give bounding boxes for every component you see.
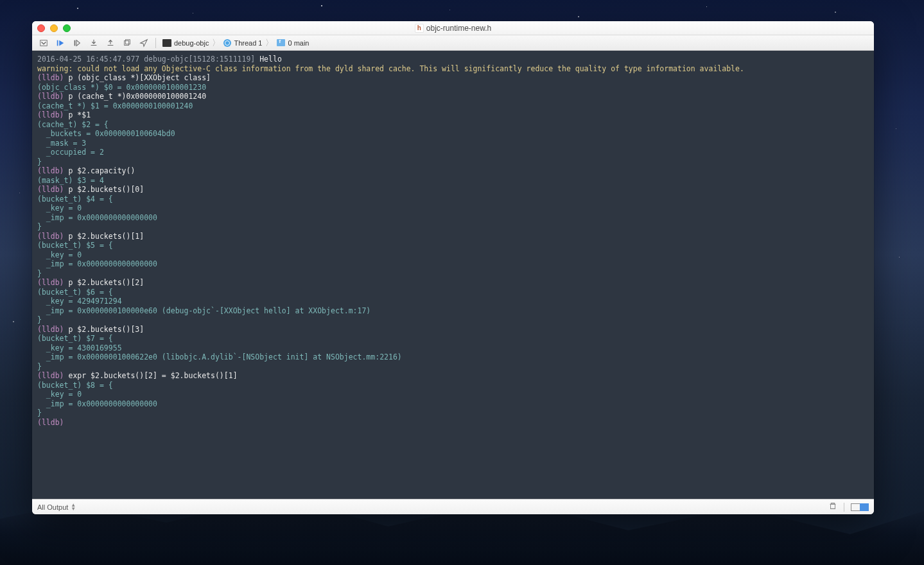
console-line: }	[37, 269, 869, 279]
svg-rect-4	[125, 39, 130, 44]
console-line: (bucket_t) $6 = {	[37, 288, 869, 297]
console-line: (objc_class *) $0 = 0x0000000100001230	[37, 83, 869, 92]
console-line: _buckets = 0x0000000100604bd0	[37, 129, 869, 139]
console-line: warning: could not load any Objective-C …	[37, 64, 869, 74]
continue-button[interactable]	[53, 37, 68, 49]
console-line: (lldb) p $2.buckets()[1]	[37, 232, 869, 241]
console-line: }	[37, 315, 869, 325]
output-filter-label: All Output	[37, 503, 68, 511]
console-line: (lldb) p $2.capacity()	[37, 166, 869, 176]
console-line: _imp = 0x0000000100000e60 (debug-objc`-[…	[37, 306, 869, 316]
breadcrumb-thread-label: Thread 1	[234, 39, 262, 47]
toggle-debug-area-button[interactable]	[36, 37, 51, 49]
console-line: _imp = 0x0000000000000000	[37, 213, 869, 223]
bottom-right-controls	[828, 501, 869, 512]
breadcrumb-process[interactable]: debug-objc	[160, 38, 211, 48]
console-line: _key = 4300169955	[37, 343, 869, 353]
maximize-button[interactable]	[63, 24, 71, 32]
console-line: (lldb) p $2.buckets()[0]	[37, 185, 869, 195]
console-bottom-bar: All Output ▲▼	[32, 499, 874, 514]
bottom-separator	[844, 503, 844, 512]
window-title-text: objc-runtime-new.h	[426, 24, 491, 33]
step-over-button[interactable]	[69, 37, 85, 49]
console-line: (lldb)	[37, 418, 869, 428]
console-line: (bucket_t) $5 = {	[37, 241, 869, 250]
console-line: (lldb) expr $2.buckets()[2] = $2.buckets…	[37, 371, 869, 381]
svg-rect-3	[125, 40, 129, 45]
console-line: _imp = 0x0000000000000000	[37, 399, 869, 409]
console-line: }	[37, 157, 869, 167]
clear-console-button[interactable]	[828, 501, 837, 512]
console-line: _imp = 0x0000000000000000	[37, 259, 869, 269]
console-line: (bucket_t) $4 = {	[37, 195, 869, 204]
console-line: (lldb) p $2.buckets()[2]	[37, 278, 869, 288]
console-line: (bucket_t) $7 = {	[37, 334, 869, 343]
console-line: (mask_t) $3 = 4	[37, 176, 869, 186]
console-line: _key = 0	[37, 390, 869, 399]
console-line: 2016-04-25 16:45:47.977 debug-objc[15128…	[37, 55, 869, 64]
thread-icon	[223, 39, 231, 47]
console-line: _key = 4294971294	[37, 297, 869, 306]
header-file-icon: h	[415, 24, 424, 33]
console-line: _key = 0	[37, 250, 869, 260]
titlebar: h objc-runtime-new.h	[32, 21, 874, 35]
debug-breadcrumb: debug-objc 〉 Thread 1 〉 0 main	[160, 37, 312, 49]
console-line: (cache_t *) $1 = 0x0000000100001240	[37, 101, 869, 111]
debug-view-hierarchy-button[interactable]	[119, 37, 135, 49]
svg-rect-1	[57, 40, 58, 46]
xcode-window: h objc-runtime-new.h debug	[32, 21, 874, 514]
console-panel-toggle[interactable]	[851, 503, 869, 511]
window-controls	[37, 24, 71, 32]
console-line: }	[37, 362, 869, 372]
breadcrumb-separator-icon: 〉	[265, 37, 274, 49]
breadcrumb-thread[interactable]: Thread 1	[221, 38, 265, 48]
updown-arrows-icon: ▲▼	[71, 503, 76, 511]
minimize-button[interactable]	[50, 24, 58, 32]
debug-toolbar: debug-objc 〉 Thread 1 〉 0 main	[32, 35, 874, 51]
console-line: (lldb) p $2.buckets()[3]	[37, 325, 869, 335]
console-line: (lldb) p (cache_t *)0x0000000100001240	[37, 92, 869, 101]
console-line: (lldb) p (objc_class *)[XXObject class]	[37, 73, 869, 83]
breadcrumb-frame-label: 0 main	[288, 39, 309, 47]
window-title: h objc-runtime-new.h	[32, 24, 874, 33]
simulate-location-button[interactable]	[136, 37, 152, 49]
svg-rect-0	[40, 40, 48, 46]
breadcrumb-separator-icon: 〉	[211, 37, 221, 49]
breadcrumb-process-label: debug-objc	[174, 39, 209, 47]
console-line: _mask = 3	[37, 139, 869, 148]
step-into-button[interactable]	[86, 37, 101, 49]
stackframe-icon	[277, 39, 285, 46]
console-line: (bucket_t) $8 = {	[37, 381, 869, 390]
output-filter[interactable]: All Output ▲▼	[37, 503, 76, 511]
step-out-button[interactable]	[103, 37, 118, 49]
console-line: }	[37, 222, 869, 232]
variables-pane-icon	[851, 503, 860, 511]
console-line: _key = 0	[37, 204, 869, 213]
svg-rect-2	[74, 40, 76, 46]
lldb-console[interactable]: 2016-04-25 16:45:47.977 debug-objc[15128…	[32, 51, 874, 499]
console-line: }	[37, 408, 869, 418]
close-button[interactable]	[37, 24, 45, 32]
console-line: (cache_t) $2 = {	[37, 120, 869, 130]
console-line: (lldb) p *$1	[37, 110, 869, 120]
toolbar-separator	[155, 38, 156, 48]
console-pane-icon	[860, 503, 869, 511]
console-line: _occupied = 2	[37, 148, 869, 157]
process-icon	[162, 39, 171, 47]
console-line: _imp = 0x00000001000622e0 (libobjc.A.dyl…	[37, 352, 869, 362]
breadcrumb-frame[interactable]: 0 main	[274, 38, 311, 48]
